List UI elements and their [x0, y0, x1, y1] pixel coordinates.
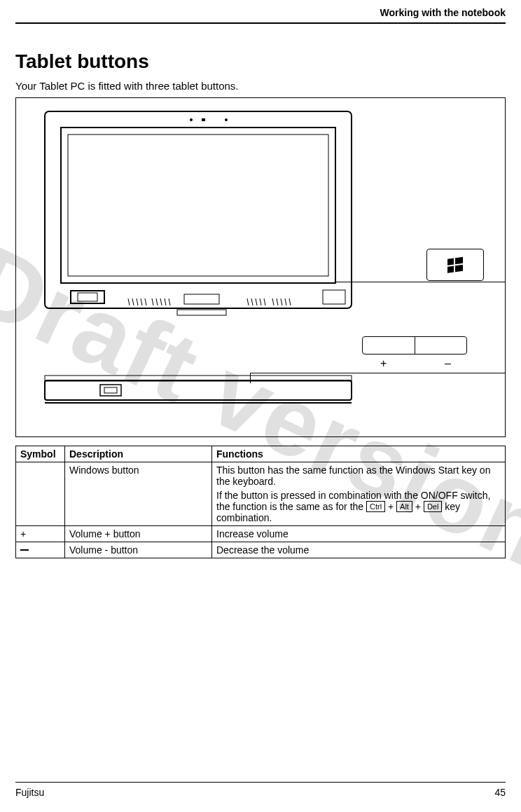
svg-rect-36 — [447, 258, 454, 265]
cell-symbol — [16, 462, 65, 526]
svg-rect-31 — [45, 380, 352, 400]
leader-line — [250, 373, 505, 373]
svg-rect-37 — [455, 257, 463, 265]
col-symbol: Symbol — [16, 446, 65, 462]
svg-point-3 — [190, 118, 193, 121]
windows-icon — [446, 256, 464, 274]
cell-description: Volume - button — [65, 542, 212, 558]
svg-rect-33 — [100, 385, 121, 396]
cell-description: Windows button — [65, 462, 212, 526]
footer: Fujitsu 45 — [15, 782, 506, 798]
svg-rect-2 — [68, 135, 328, 276]
svg-line-18 — [247, 298, 249, 305]
button-table: Symbol Description Functions Windows but… — [15, 446, 506, 558]
svg-rect-0 — [45, 111, 352, 308]
function-text: If the button is pressed in combination … — [216, 490, 501, 523]
svg-line-17 — [169, 298, 170, 305]
cell-functions: Increase volume — [212, 526, 506, 542]
table-header-row: Symbol Description Functions — [16, 446, 506, 462]
key-ctrl: Ctrl — [366, 501, 385, 512]
svg-line-10 — [137, 298, 138, 305]
svg-point-5 — [225, 118, 228, 121]
svg-line-26 — [285, 298, 286, 305]
cell-functions: This button has the same function as the… — [212, 462, 506, 526]
svg-rect-7 — [78, 293, 97, 301]
header-rule — [15, 22, 506, 24]
svg-rect-34 — [104, 387, 117, 393]
svg-line-22 — [264, 298, 265, 305]
tablet-top-illustration — [44, 111, 352, 328]
function-text: This button has the same function as the… — [216, 465, 501, 487]
svg-line-25 — [281, 298, 282, 305]
intro-text: Your Tablet PC is fitted with three tabl… — [15, 80, 506, 92]
svg-line-15 — [160, 298, 162, 305]
svg-line-9 — [132, 298, 134, 305]
volume-minus-label: – — [445, 357, 451, 370]
svg-rect-38 — [447, 266, 454, 273]
svg-line-8 — [128, 298, 130, 305]
cell-symbol — [16, 542, 65, 558]
leader-line — [250, 373, 251, 383]
svg-line-14 — [156, 298, 158, 305]
leader-line — [335, 282, 505, 282]
svg-line-24 — [277, 298, 278, 305]
running-header: Working with the notebook — [15, 7, 506, 22]
volume-plus-label: + — [380, 357, 387, 370]
key-del: Del — [424, 501, 443, 512]
text: + — [412, 501, 424, 512]
svg-line-23 — [272, 298, 274, 305]
svg-line-27 — [289, 298, 291, 305]
callout-windows-button — [426, 249, 484, 281]
col-description: Description — [65, 446, 212, 462]
tablet-side-illustration — [44, 375, 352, 410]
col-functions: Functions — [212, 446, 506, 462]
page-number: 45 — [494, 787, 506, 798]
svg-line-12 — [145, 298, 146, 305]
table-row: Windows button This button has the same … — [16, 462, 506, 526]
cell-symbol: + — [16, 526, 65, 542]
table-row: Volume - button Decrease the volume — [16, 542, 506, 558]
page-title: Tablet buttons — [15, 50, 506, 73]
svg-line-21 — [260, 298, 261, 305]
cell-description: Volume + button — [65, 526, 212, 542]
cell-functions: Decrease the volume — [212, 542, 506, 558]
figure-frame: + – — [15, 97, 506, 437]
text: + — [385, 501, 396, 512]
svg-line-16 — [165, 298, 166, 305]
svg-line-20 — [256, 298, 257, 305]
footer-rule — [15, 782, 506, 783]
svg-rect-28 — [184, 294, 219, 304]
svg-line-13 — [152, 298, 153, 305]
svg-rect-29 — [177, 310, 226, 315]
svg-rect-4 — [202, 118, 205, 121]
callout-volume-buttons — [362, 336, 467, 355]
svg-rect-30 — [323, 290, 345, 304]
key-alt: Alt — [396, 501, 412, 512]
svg-line-11 — [141, 298, 142, 305]
svg-line-19 — [251, 298, 253, 305]
table-row: + Volume + button Increase volume — [16, 526, 506, 542]
svg-rect-39 — [455, 265, 463, 273]
minus-icon — [20, 549, 29, 551]
footer-brand: Fujitsu — [15, 787, 44, 798]
svg-rect-1 — [61, 128, 335, 283]
